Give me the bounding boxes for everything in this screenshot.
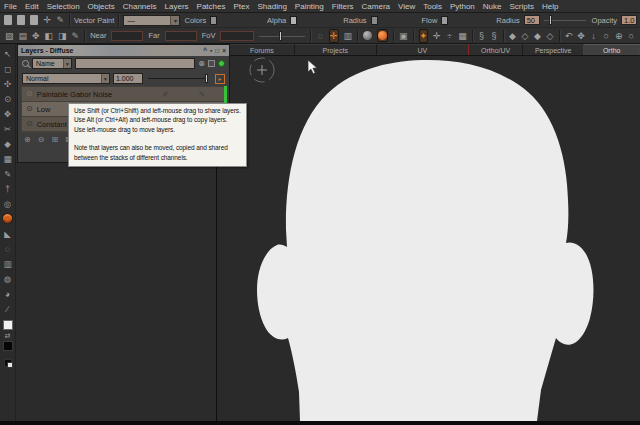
remove-layer-button[interactable]: ⊖ [38, 135, 45, 144]
projection-back-icon[interactable]: ◇ [521, 30, 529, 42]
paint-tool-selected[interactable] [1, 211, 15, 226]
opacity-field[interactable]: 1.0 [621, 15, 637, 25]
symmetry-axis-icon[interactable]: ✛ [433, 30, 441, 42]
canvas-image-icon[interactable]: ▣ [399, 30, 408, 42]
ruler-icon[interactable]: ▥ [344, 30, 353, 42]
pan-tool[interactable]: ✣ [1, 76, 15, 91]
radius-slider[interactable] [544, 15, 586, 25]
menu-nuke[interactable]: Nuke [483, 2, 502, 11]
stencil-icon[interactable]: ◨ [58, 30, 67, 42]
marquee-select-tool[interactable]: ◻ [1, 61, 15, 76]
fov-slider-handle[interactable] [279, 31, 282, 41]
move-tool[interactable]: ✥ [1, 106, 15, 121]
projection-left-icon[interactable]: ◆ [534, 30, 542, 42]
near-field[interactable] [111, 31, 143, 41]
menu-shading[interactable]: Shading [257, 2, 286, 11]
file-export-button[interactable] [16, 14, 25, 26]
layers-palette-titlebar[interactable]: Layers - Diffuse ^ ▪ □ × [18, 45, 229, 56]
visibility-eye-icon[interactable]: ⊙ [26, 119, 33, 129]
blur-tool[interactable]: ◆ [1, 136, 15, 151]
menu-tools[interactable]: Tools [423, 2, 442, 11]
layer-paint-icon[interactable]: ✎ [199, 90, 205, 99]
projection-right-icon[interactable]: ◇ [546, 30, 554, 42]
file-new-button[interactable] [3, 14, 12, 26]
default-colors-swatch[interactable] [4, 359, 12, 367]
duplicate-layer-button[interactable]: ⊞ [51, 135, 58, 144]
fov-slider[interactable] [259, 31, 305, 41]
foreground-color-swatch[interactable] [3, 320, 13, 330]
menu-layers[interactable]: Layers [165, 2, 189, 11]
mirror-vertical-icon[interactable]: § [490, 30, 498, 42]
eraser-target-tool[interactable]: ◎ [1, 196, 15, 211]
visibility-eye-icon[interactable]: ⊙ [26, 104, 33, 114]
mirror-horizontal-icon[interactable]: § [478, 30, 486, 42]
node-connect-icon[interactable]: ✛ [43, 14, 52, 26]
clear-search-icon[interactable]: ⊗ [198, 59, 205, 69]
radius-jitter-swatch[interactable] [371, 16, 378, 25]
colors-swatch[interactable] [210, 16, 217, 25]
pattern-tool[interactable]: ◍ [1, 271, 15, 286]
tab-perspective[interactable]: Perspective [523, 44, 584, 55]
layer-row-paintable-gabor-noise[interactable]: ⊙ Paintable Gabor Noise ✐ ✎ [22, 87, 225, 101]
symmetry-divide-icon[interactable]: ÷ [446, 30, 454, 42]
pan-view-icon[interactable]: ✥ [577, 30, 585, 42]
menu-painting[interactable]: Painting [295, 2, 324, 11]
menu-objects[interactable]: Objects [88, 2, 115, 11]
add-layer-button[interactable]: ⊕ [24, 135, 31, 144]
blend-amount-field[interactable]: 1.000 [113, 73, 143, 84]
swap-colors-icon[interactable]: ⇄ [1, 330, 15, 341]
brush-icon[interactable]: ✎ [72, 30, 80, 42]
blend-options-button[interactable]: ▸ [215, 74, 225, 84]
background-color-swatch[interactable] [3, 341, 13, 351]
tab-ortho-uv[interactable]: Ortho/UV [469, 44, 523, 55]
vector-line-tool[interactable]: ∕ [1, 301, 15, 316]
zoom-tool[interactable]: ⊙ [1, 91, 15, 106]
alpha-swatch[interactable] [290, 16, 297, 25]
blend-amount-slider[interactable] [146, 73, 212, 84]
menu-view[interactable]: View [398, 2, 415, 11]
drop-projection-icon[interactable]: ↓ [590, 30, 598, 42]
tab-ortho[interactable]: Ortho [584, 44, 640, 55]
undo-view-icon[interactable]: ↶ [565, 30, 573, 42]
cube-icon[interactable]: ▧ [5, 30, 14, 42]
mask-icon[interactable]: ◧ [45, 30, 54, 42]
flow-swatch[interactable] [441, 16, 448, 25]
palette-float-icon[interactable]: □ [215, 47, 219, 54]
menu-ptex[interactable]: Ptex [233, 2, 249, 11]
gradient-tool[interactable]: ▥ [1, 256, 15, 271]
shading-flat-button[interactable] [363, 29, 372, 42]
smear-tool[interactable]: ◣ [1, 226, 15, 241]
pin-tool[interactable]: † [1, 181, 15, 196]
file-import-button[interactable] [29, 14, 38, 26]
tab-projects[interactable]: Projects [295, 44, 377, 55]
grid-warp-tool[interactable]: ▦ [1, 151, 15, 166]
clone-stamp-tool[interactable]: ◌ [1, 241, 15, 256]
brush-tool[interactable]: ✎ [1, 166, 15, 181]
menu-channels[interactable]: Channels [123, 2, 157, 11]
projection-front-icon[interactable]: ◆ [509, 30, 517, 42]
menu-file[interactable]: File [4, 2, 17, 11]
far-field[interactable] [165, 31, 197, 41]
visibility-eye-icon[interactable]: ⊙ [26, 89, 33, 99]
filter-mode-dropdown[interactable]: Name ▾ [32, 58, 72, 69]
menu-help[interactable]: Help [542, 2, 558, 11]
slice-tool[interactable]: ✂ [1, 121, 15, 136]
ghost-projection-icon[interactable]: ◌ [316, 30, 324, 42]
orbit-view-icon[interactable]: ○ [602, 30, 610, 42]
palette-pin-icon[interactable]: ▪ [210, 47, 212, 54]
layer-adjust-icon[interactable]: ✐ [162, 90, 168, 99]
image-icon[interactable]: ▤ [19, 30, 28, 42]
brush-preset-dropdown[interactable]: — ▾ [123, 15, 180, 26]
shading-lit-button[interactable] [377, 29, 388, 42]
transform-icon[interactable]: ✥ [32, 30, 40, 42]
menu-filters[interactable]: Filters [332, 2, 354, 11]
light-view-icon[interactable]: ○ [627, 30, 635, 42]
viewport-canvas[interactable] [216, 44, 640, 421]
menu-scripts[interactable]: Scripts [509, 2, 533, 11]
radius-field[interactable]: 50 [524, 15, 540, 25]
blend-mode-dropdown[interactable]: Normal ▾ [22, 73, 110, 84]
fov-field[interactable] [220, 31, 254, 41]
filter-toggle-icon[interactable] [208, 60, 215, 67]
menu-selection[interactable]: Selection [47, 2, 80, 11]
menu-camera[interactable]: Camera [362, 2, 390, 11]
